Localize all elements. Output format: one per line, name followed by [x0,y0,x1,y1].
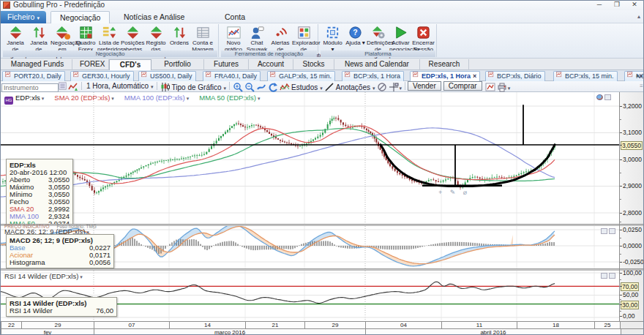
ribbon-button-janela-de-negocia-o[interactable]: Janela de negociação ▾ [4,25,27,51]
zoom-in-button[interactable] [233,82,243,91]
ribbon-button-chat-squawk[interactable]: Chat Squawk [245,25,269,51]
workspace-tab-portfolio[interactable]: Portfolio [151,59,204,70]
chart-tab-icon [270,72,277,82]
chevron-down-icon: ▾ [320,86,323,91]
panel-control-icons[interactable] [599,273,615,279]
workspace-tab-futures[interactable]: Futures [204,59,249,70]
workspace-tab-forex[interactable]: FOREX [72,59,109,70]
ribbon-button-janela-de-ordens[interactable]: Janela de Ordens ▾ [27,25,50,51]
chart-tab-bar: PORT20.I, DailyGER30.I, HourlyUS500.I, D… [1,70,644,81]
chart-tab-fra40-i-daily[interactable]: FRA40.I, Daily [203,71,261,81]
panel-restore-icon[interactable] [601,228,607,234]
annotations-button[interactable]: Anotações▾ [324,82,375,91]
toolbar-separator [81,82,82,90]
ribbon-button-ajuda[interactable]: ?Ajuda ▾ [344,25,367,51]
chart-tab-scroll[interactable]: ◂ ▸ [636,72,643,79]
menu-tab-not-cias-e-an-lise[interactable]: Notícias e Análise [115,11,193,23]
chart-tab-port20-i-daily[interactable]: PORT20.I, Daily [2,71,65,81]
pair-thin-icon [168,25,191,40]
chart-snapshot-button[interactable] [485,82,495,91]
crosshair-button[interactable]: ▾ [389,82,402,91]
workspace-tab-account[interactable]: Account [249,59,293,70]
x-axis-date-cell: 21 [245,321,304,328]
rsi-legend[interactable]: RSI 14 Wilder (EDP:xls)▾ [4,272,83,280]
ribbon-button-ordens[interactable]: Ordens [168,25,191,51]
price-panel: HGEDP:xls▾SMA 20 (EDP:xls)▾MMA 100 (EDP:… [1,92,619,224]
axis-tick [620,159,622,160]
panel-control-icons[interactable] [599,228,615,235]
ribbon-button-novo-gr-fico[interactable]: Novo gráfico [222,25,245,51]
ribbon-button-conta-e-margem[interactable]: Conta e Margem [191,25,214,51]
legend-item-2[interactable]: MMA 100 (EDP:xls)▾ [124,94,189,102]
chart-tab-label: GALP:xls, 15 min. [279,72,332,80]
zoom-out-button[interactable] [244,82,255,91]
toolbar-grip[interactable]: ≡ [640,83,643,89]
instrument-input[interactable] [1,82,67,91]
workspace-tab-managed-funds[interactable]: Managed Funds [3,59,72,70]
menu-bar: Ficheiro ▾ ▴ NegociaçãoNotícias e Anális… [1,10,644,23]
ribbon-button-explorador-de-instrumento[interactable]: Explorador de Instrumento [292,25,315,51]
chart-tab-us500-i-daily[interactable]: US500.I, Daily [138,71,196,81]
chart-tab-label: FRA40.I, Daily [214,72,257,80]
list-icon[interactable] [59,83,67,91]
chart-tab-bcp-xls-15-min-[interactable]: BCP:xls, 15 min. [553,71,618,81]
ribbon-button-activar-negocia-o[interactable]: Activar negociação [389,25,412,51]
ribbon-collapse-icon[interactable]: ▴ [637,13,640,20]
panel-restore-icon[interactable] [604,94,611,100]
buy-button[interactable]: Comprar [443,81,482,91]
studies-button[interactable]: Estudos▾ [280,82,323,91]
workspace-tab-research[interactable]: Research [420,59,469,70]
chart-tab-galp-xls-15-min-[interactable]: GALP:xls, 15 min. [267,71,335,81]
maximize-button[interactable]: ❐ [608,1,626,10]
x-axis-month-cell: abril 2016 [365,328,621,335]
ribbon-button-posi-es-abertas[interactable]: Posições abertas [121,25,144,51]
ribbon-button-encerrar-sess-o[interactable]: Encerrar Sessão [412,25,435,51]
chart-tab-bcp-xls-di-rio[interactable]: BCP:xls, Diário [485,71,545,81]
ribbon-button-alertas-de-pre-o[interactable]: Alertas de Preço [269,25,292,51]
chart-tab-edp-xls-1-hora[interactable]: EDP:xls, 1 Hora× [410,71,480,81]
x-axis-date-cell: 11 [441,321,517,328]
chart-tab-ger30-i-hourly[interactable]: GER30.I, Hourly [70,71,134,81]
ribbon-button-defini-es-de-negocia-o[interactable]: Definições de Negociação [367,25,389,51]
ribbon-button-registo-das-transac-es[interactable]: Registo das transacções [144,25,168,51]
chart-tab-bcp-xls-1-hora[interactable]: BCP:xls, 1 Hora [342,71,404,81]
play-icon [389,25,412,40]
panel-restore-icon[interactable] [601,273,607,279]
workspace-tab-stocks[interactable]: Stocks [293,59,334,70]
macd-tooltip: MACD 26; 12; 9 (EDP:xls)Base0,0227Aciona… [6,234,114,268]
workspace-tab-news-and-calendar[interactable]: News and Calendar [334,59,420,70]
chart-tab-close-icon[interactable]: × [473,72,476,80]
period-button[interactable]: 1 Hora, Automático▾ [85,82,154,91]
undo-button[interactable] [268,82,278,91]
menu-tab-negocia-o[interactable]: Negociação [50,11,110,23]
chart-clock-icon[interactable] [596,94,603,100]
chart-tab-icon [627,72,634,82]
panel-control-icons[interactable] [595,94,611,101]
menu-tab-conta[interactable]: Conta [216,11,254,23]
instrument-input[interactable] [1,83,59,92]
ribbon-button-lista-de-preferidos[interactable]: Lista de preferidos [97,25,121,51]
legend-item-3[interactable]: MMA 50 (EDP:xls)▾ [199,94,260,102]
print-button[interactable]: ▾ [497,82,511,91]
file-menu-button[interactable]: Ficheiro ▾ [1,11,46,23]
instrument-chart-button[interactable] [68,82,78,91]
annotation-edit-icons[interactable]: + ✎ ⌀ [438,189,470,196]
ribbon-button-negocia-o-em-op-es[interactable]: Negociação em opções ▾ [50,25,74,51]
pan-button[interactable] [256,82,266,91]
legend-item-1[interactable]: SMA 20 (EDP:xls)▾ [54,94,114,102]
sell-button[interactable]: Vender [408,81,441,91]
table-gray-icon [191,25,214,40]
close-button[interactable]: ✕ [626,1,643,10]
toolbar-separator [405,82,405,90]
chart-type-button[interactable]: Tipo de Gráfico▾ [160,82,227,91]
minimize-button[interactable]: ─ [591,1,608,10]
ribbon-button-quadro-forex[interactable]: Quadro Forex [74,25,97,51]
eraser-button[interactable] [377,82,387,91]
panel-close-icon[interactable] [609,273,615,279]
legend-item-0[interactable]: EDP:xls▾ [15,94,44,102]
chart-tab-icon [141,72,149,82]
panel-close-icon[interactable] [609,228,615,234]
ribbon-button-m-dulo[interactable]: Módulo ▾ [321,25,344,51]
workspace-tab-cfd-s[interactable]: CFD's × [109,59,151,70]
price-legend: HGEDP:xls▾SMA 20 (EDP:xls)▾MMA 100 (EDP:… [4,94,270,105]
